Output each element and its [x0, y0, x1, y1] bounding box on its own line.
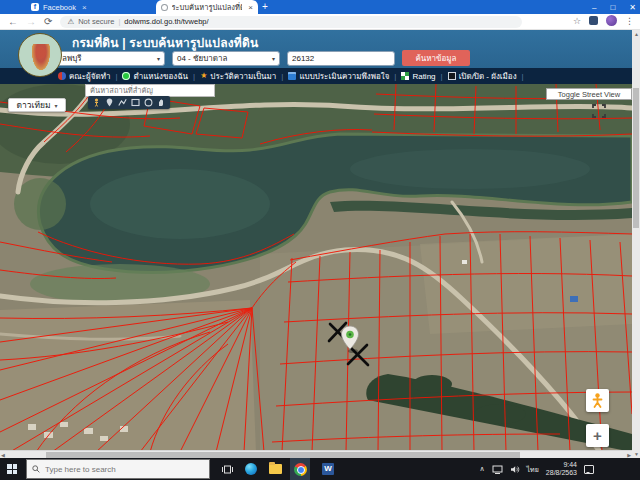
search-icon — [32, 465, 40, 473]
search-form: ลพบุรี ▾ 04 - ชัยบาดาล ▾ ค้นหาข้อมูล — [57, 50, 470, 66]
city-plan-icon — [448, 72, 456, 80]
map-type-button[interactable]: ดาวเทียม ▾ — [8, 98, 66, 112]
chrome-icon — [294, 463, 307, 476]
close-button[interactable]: ✕ — [629, 3, 636, 12]
chevron-down-icon: ▾ — [55, 102, 58, 109]
vertical-scrollbar-thumb[interactable] — [633, 88, 639, 228]
profile-avatar[interactable] — [606, 15, 617, 26]
district-select[interactable]: 04 - ชัยบาดาล ▾ — [172, 51, 280, 66]
new-tab-button[interactable]: + — [262, 1, 268, 12]
minimize-button[interactable]: – — [592, 3, 596, 12]
chrome-button-active[interactable] — [290, 458, 310, 480]
extension-icon[interactable] — [589, 16, 598, 25]
menu-separator: | — [193, 72, 195, 81]
horizontal-scrollbar[interactable]: ◀ ▶ — [0, 450, 632, 458]
chevron-down-icon: ▾ — [272, 55, 275, 62]
pegman-tool-icon[interactable] — [92, 98, 101, 107]
address-divider: | — [118, 17, 120, 26]
menu-item-credits[interactable]: คณะผู้จัดทำ — [58, 70, 110, 83]
map-type-label: ดาวเทียม — [16, 98, 50, 112]
back-button[interactable]: ← — [8, 16, 18, 27]
tab-facebook[interactable]: f Facebook × — [26, 0, 154, 14]
menu-item-my-location[interactable]: ตำแหน่งของฉัน — [122, 70, 188, 83]
menu-label: แบบประเมินความพึงพอใจ — [299, 70, 389, 83]
word-button[interactable]: W — [322, 463, 334, 475]
menu-separator: | — [115, 72, 117, 81]
tab-label: Facebook — [43, 3, 76, 12]
browser-titlebar: f Facebook × ระบบค้นหารูปแปลงที่ดิน × + … — [0, 0, 640, 14]
security-label: Not secure — [78, 17, 114, 26]
fullscreen-icon[interactable] — [592, 104, 606, 122]
menu-separator: | — [441, 72, 443, 81]
file-explorer-button[interactable] — [269, 464, 282, 474]
browser-toolbar: ← → ⟳ ⚠ Not secure | dolwms.dol.go.th/tv… — [0, 14, 640, 30]
satellite-map-canvas[interactable] — [0, 84, 632, 452]
street-view-tooltip[interactable]: Toggle Street View — [546, 88, 632, 100]
taskbar-clock[interactable]: 9:44 28/8/2563 — [546, 461, 577, 477]
search-data-button[interactable]: ค้นหาข้อมูล — [402, 50, 470, 66]
menu-separator: | — [394, 72, 396, 81]
menu-label: Rating — [412, 72, 435, 81]
edge-icon — [245, 463, 257, 475]
menu-item-rating[interactable]: Rating — [401, 72, 435, 81]
reload-button[interactable]: ⟳ — [44, 16, 52, 27]
chevron-down-icon: ▾ — [157, 55, 160, 62]
menu-item-history[interactable]: ★ ประวัติความเป็นมา — [200, 70, 276, 83]
menu-label: คณะผู้จัดทำ — [69, 70, 110, 83]
vertical-scrollbar[interactable]: ▲ ▼ — [632, 30, 640, 458]
menu-separator: | — [281, 72, 283, 81]
start-button[interactable] — [7, 464, 17, 474]
rating-grid-icon — [401, 72, 409, 80]
system-tray: ∧ ไทย 9:44 28/8/2563 — [479, 458, 594, 480]
globe-favicon — [161, 4, 168, 11]
menu-label: ประวัติความเป็นมา — [210, 70, 276, 83]
folder-icon — [269, 464, 282, 474]
map-viewport[interactable] — [0, 84, 632, 452]
taskbar-search-input[interactable] — [45, 465, 195, 474]
survey-book-icon — [288, 72, 296, 80]
tab-close-icon[interactable]: × — [248, 3, 253, 12]
language-indicator[interactable]: ไทย — [527, 464, 539, 475]
circle-tool-icon[interactable] — [144, 98, 153, 107]
maximize-button[interactable]: □ — [610, 3, 615, 12]
pegman-button[interactable] — [586, 389, 609, 412]
edge-button[interactable] — [245, 463, 257, 475]
tab-label: ระบบค้นหารูปแปลงที่ดิน — [172, 1, 243, 13]
menu-label: ตำแหน่งของฉัน — [133, 70, 188, 83]
app-menu-bar: คณะผู้จัดทำ | ตำแหน่งของฉัน | ★ ประวัติค… — [0, 68, 632, 84]
history-star-icon: ★ — [200, 72, 207, 80]
menu-separator: | — [522, 72, 524, 81]
menu-dots-icon[interactable]: ⋮ — [625, 16, 634, 26]
marker-tool-icon[interactable] — [105, 98, 114, 107]
menu-item-satisfaction-survey[interactable]: แบบประเมินความพึงพอใจ — [288, 70, 389, 83]
department-of-lands-logo — [18, 33, 62, 77]
tray-time: 9:44 — [563, 461, 577, 468]
polyline-tool-icon[interactable] — [118, 98, 127, 107]
address-bar[interactable]: ⚠ Not secure | dolwms.dol.go.th/tvwebp/ — [60, 16, 522, 28]
task-view-button[interactable] — [222, 464, 233, 475]
facebook-favicon: f — [31, 3, 39, 11]
volume-icon[interactable] — [510, 465, 520, 474]
my-location-icon — [122, 72, 130, 80]
menu-item-city-plan-toggle[interactable]: เปิด/ปิด - ผังเมือง — [448, 70, 517, 83]
forward-button[interactable]: → — [26, 16, 36, 27]
tab-land-search[interactable]: ระบบค้นหารูปแปลงที่ดิน × — [156, 0, 258, 14]
pan-hand-tool-icon[interactable] — [157, 98, 166, 107]
menu-label: เปิด/ปิด - ผังเมือง — [459, 70, 517, 83]
province-select[interactable]: ลพบุรี ▾ — [57, 51, 165, 66]
tray-chevron-icon[interactable]: ∧ — [479, 465, 484, 473]
bookmark-star-icon[interactable]: ☆ — [573, 16, 581, 26]
network-icon[interactable] — [492, 465, 503, 474]
action-center-icon[interactable] — [584, 465, 594, 474]
rectangle-tool-icon[interactable] — [131, 98, 140, 107]
url-text: dolwms.dol.go.th/tvwebp/ — [124, 17, 208, 26]
warning-icon: ⚠ — [67, 17, 74, 26]
parcel-number-input[interactable] — [287, 51, 395, 66]
team-icon — [58, 72, 66, 80]
tab-close-icon[interactable]: × — [82, 3, 87, 12]
zoom-in-button[interactable]: + — [586, 424, 609, 447]
taskbar-search-box[interactable] — [26, 459, 210, 479]
drawing-toolbar — [88, 96, 170, 109]
pegman-icon — [592, 393, 603, 408]
district-value: 04 - ชัยบาดาล — [177, 52, 227, 65]
